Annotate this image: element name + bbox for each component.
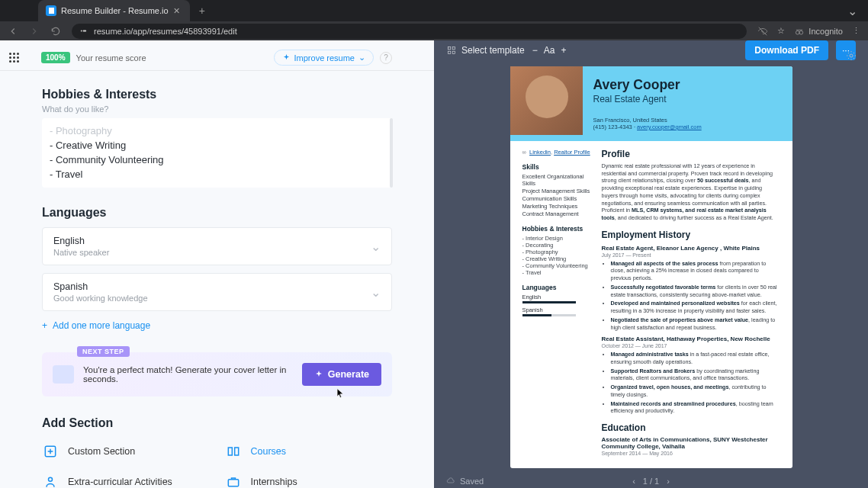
add-custom-section[interactable]: Custom Section [42, 439, 210, 464]
avatar [510, 66, 583, 135]
activities-icon [42, 474, 59, 488]
tab-title: Resume Builder - Resume.io [61, 6, 169, 15]
gear-icon[interactable] [845, 50, 857, 62]
svg-point-0 [81, 30, 82, 32]
language-item-english[interactable]: English Native speaker ⌄ [42, 227, 392, 265]
page-indicator: 1 / 1 [643, 477, 659, 486]
svg-rect-1 [83, 30, 87, 32]
browser-menu-icon[interactable]: ⋮ [852, 26, 860, 36]
font-increase-button[interactable]: + [561, 45, 566, 56]
url-text: resume.io/app/resumes/45893991/edit [94, 27, 237, 36]
favicon [46, 5, 56, 16]
select-template-button[interactable]: Select template [446, 45, 525, 56]
saved-status: Saved [446, 477, 484, 486]
plus-icon: + [42, 320, 47, 331]
hobbies-hint: What do you like? [42, 104, 392, 114]
robot-icon [53, 365, 74, 384]
prev-page-button[interactable]: ‹ [632, 477, 635, 486]
resume-contact: San Francisco, United States (415) 123-4… [593, 117, 702, 130]
languages-heading: Languages [42, 206, 392, 220]
language-item-spanish[interactable]: Spanish Good working knowledge ⌄ [42, 273, 392, 311]
font-size-label: Aa [544, 45, 555, 56]
add-extracurricular[interactable]: Extra-curricular Activities [42, 470, 210, 488]
site-settings-icon[interactable] [79, 27, 88, 35]
svg-point-3 [799, 30, 803, 34]
add-courses[interactable]: Courses [225, 439, 393, 464]
next-step-text: You're a perfect match! Generate your co… [83, 365, 302, 384]
incognito-badge: Incognito [794, 26, 843, 37]
resume-name: Avery Cooper [593, 77, 702, 93]
chevron-down-icon: ⌄ [371, 285, 381, 300]
next-page-button[interactable]: › [667, 477, 670, 486]
eye-off-icon[interactable] [757, 26, 768, 37]
chevron-down-icon: ⌄ [371, 239, 381, 254]
svg-rect-6 [228, 480, 238, 486]
score-badge: 100% [41, 52, 70, 63]
close-tab-icon[interactable]: ✕ [173, 6, 182, 15]
help-icon[interactable]: ? [380, 52, 392, 64]
custom-section-icon [42, 443, 59, 460]
svg-rect-11 [452, 51, 455, 54]
forward-icon [29, 26, 40, 37]
svg-point-5 [49, 478, 53, 482]
resume-preview: Avery Cooper Real Estate Agent San Franc… [510, 66, 792, 468]
browser-tab[interactable]: Resume Builder - Resume.io ✕ [38, 0, 190, 21]
add-language-button[interactable]: + Add one more language [42, 320, 392, 331]
download-pdf-button[interactable]: Download PDF [745, 40, 828, 60]
add-section-heading: Add Section [42, 416, 392, 430]
sparkle-icon [314, 370, 323, 379]
bookmark-star-icon[interactable]: ☆ [777, 26, 785, 36]
next-step-tag: NEXT STEP [77, 346, 130, 357]
back-icon[interactable] [8, 26, 18, 37]
add-internships[interactable]: Internships [225, 470, 393, 488]
svg-rect-9 [452, 47, 455, 50]
svg-rect-8 [448, 47, 451, 50]
reload-icon[interactable] [50, 26, 61, 37]
internships-icon [225, 474, 242, 488]
font-decrease-button[interactable]: − [532, 45, 538, 56]
incognito-icon [794, 26, 805, 37]
apps-grid-icon[interactable] [9, 53, 23, 63]
url-field[interactable]: resume.io/app/resumes/45893991/edit [72, 24, 747, 39]
improve-resume-button[interactable]: Improve resume ⌄ [274, 50, 374, 66]
svg-rect-10 [448, 51, 451, 54]
new-tab-button[interactable]: + [199, 5, 205, 17]
chevron-down-icon: ⌄ [358, 53, 365, 63]
cloud-check-icon [446, 477, 455, 486]
courses-icon [225, 443, 242, 460]
resume-role: Real Estate Agent [593, 94, 702, 104]
score-label: Your resume score [76, 53, 146, 63]
svg-point-2 [796, 30, 800, 34]
hobbies-textarea[interactable]: - Photography - Creative Writing - Commu… [42, 118, 392, 188]
svg-point-12 [850, 54, 853, 57]
hobbies-heading: Hobbies & Interests [42, 88, 392, 101]
sparkle-icon [282, 53, 291, 62]
grid-icon [446, 45, 457, 56]
generate-button[interactable]: Generate [302, 363, 381, 386]
window-chevron-icon[interactable]: ⌄ [847, 4, 857, 18]
next-step-banner: NEXT STEP You're a perfect match! Genera… [42, 352, 392, 396]
